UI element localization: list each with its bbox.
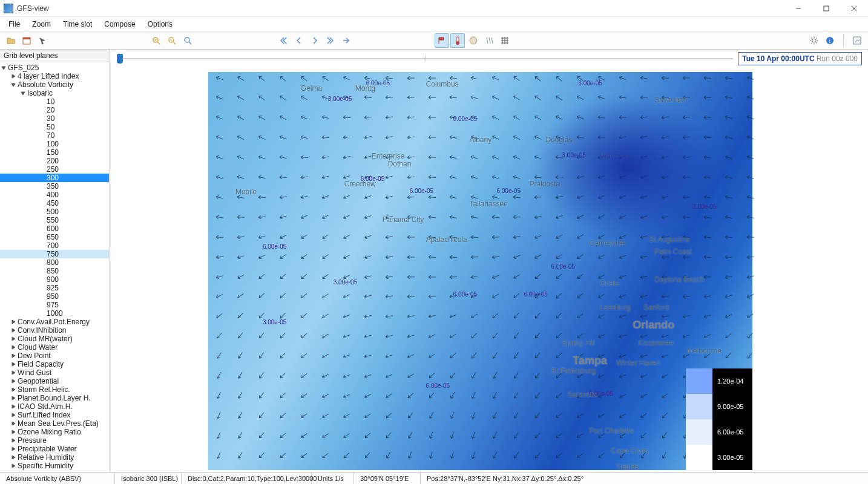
tree-item-label: 900	[47, 275, 59, 284]
tree-level-10[interactable]: 10	[0, 97, 109, 106]
step-first-icon[interactable]	[276, 33, 291, 48]
step-back-icon[interactable]	[292, 33, 306, 48]
zoom-fit-icon[interactable]	[180, 33, 195, 48]
tree-variable[interactable]: Geopotential	[0, 377, 109, 385]
select-tool-icon[interactable]	[35, 33, 50, 48]
tree-variable[interactable]: Cloud Water	[0, 343, 109, 352]
maximize-button[interactable]	[812, 0, 840, 17]
tree-variable[interactable]: Wind Gust	[0, 368, 109, 377]
step-forward-icon[interactable]	[307, 33, 322, 48]
tree-level-50[interactable]: 50	[0, 123, 109, 131]
tree-level-900[interactable]: 900	[0, 275, 109, 284]
wind-layer-icon[interactable]	[435, 33, 449, 48]
close-button[interactable]	[840, 0, 868, 17]
settings-icon[interactable]	[807, 33, 821, 48]
tree-item-label: 70	[47, 131, 54, 140]
wind-arrow	[680, 314, 691, 319]
tree-item-label: Specific Humidity	[18, 462, 73, 470]
open-file-icon[interactable]	[4, 33, 18, 48]
tree-variable[interactable]: Pressure	[0, 436, 109, 445]
wind-arrow	[214, 371, 222, 382]
menu-time-slot[interactable]: Time slot	[57, 18, 98, 31]
tree-level-800[interactable]: 800	[0, 258, 109, 267]
time-slider-handle[interactable]	[117, 54, 123, 64]
status-center: 30°09'N 05°19'E	[354, 473, 421, 484]
map-canvas[interactable]: ColumbusGelmaMontgSavannahDothanEnterpri…	[117, 71, 862, 471]
tree-level-300[interactable]: 300	[0, 174, 109, 182]
go-icon[interactable]	[339, 33, 353, 48]
tree-variable[interactable]: Specific Humidity	[0, 462, 109, 470]
wind-arrow	[256, 234, 266, 240]
pressure-layer-icon[interactable]	[466, 33, 481, 48]
tree-dataset[interactable]: GFS_025	[0, 64, 109, 72]
tree-level-400[interactable]: 400	[0, 191, 109, 199]
tree-level-600[interactable]: 600	[0, 224, 109, 233]
export-icon[interactable]	[850, 33, 864, 48]
tree-level-850[interactable]: 850	[0, 267, 109, 275]
tree-variable-active[interactable]: Absolute Vorticity	[0, 80, 109, 89]
menu-file[interactable]: File	[2, 18, 26, 31]
zoom-out-icon[interactable]	[165, 33, 179, 48]
tree-variable[interactable]: Field Capacity	[0, 360, 109, 368]
wind-arrow	[214, 255, 224, 260]
tree-level-925[interactable]: 925	[0, 284, 109, 292]
tree-isobaric[interactable]: Isobaric	[0, 89, 109, 97]
wind-arrow	[723, 255, 732, 259]
tree-level-950[interactable]: 950	[0, 292, 109, 301]
tree-variable[interactable]: Conv.Avail.Pot.Energy	[0, 318, 109, 326]
svg-point-17	[470, 37, 477, 44]
tree-level-250[interactable]: 250	[0, 165, 109, 174]
tree-variable[interactable]: Relative Humidity	[0, 453, 109, 462]
wind-arrow	[511, 431, 520, 441]
legend-value: 3.00e-05	[712, 445, 752, 470]
city-label: Waycross	[600, 152, 631, 160]
tree-variable[interactable]: 4 layer Lifted Index	[0, 72, 109, 80]
tree-variable[interactable]: Storm Rel.Helic.	[0, 385, 109, 394]
grid-layer-icon[interactable]	[498, 33, 512, 48]
tree-level-150[interactable]: 150	[0, 148, 109, 157]
tree-level-700[interactable]: 700	[0, 241, 109, 250]
tree-level-450[interactable]: 450	[0, 199, 109, 208]
tree-variable[interactable]: Ozone Mixing Ratio	[0, 428, 109, 436]
precip-layer-icon[interactable]	[482, 33, 496, 48]
tree-level-350[interactable]: 350	[0, 182, 109, 191]
wind-arrow	[638, 373, 648, 379]
menu-compose[interactable]: Compose	[98, 18, 141, 31]
tree-variable[interactable]: Cloud MR(water)	[0, 335, 109, 343]
status-bar: Absolute Vorticity (ABSV) Isobaric 300 (…	[0, 472, 868, 484]
wind-arrow	[320, 136, 329, 140]
wind-arrow	[448, 391, 456, 402]
tree-level-20[interactable]: 20	[0, 106, 109, 114]
info-icon[interactable]: i	[823, 33, 837, 48]
tree-level-550[interactable]: 550	[0, 216, 109, 224]
temperature-layer-icon[interactable]	[450, 33, 465, 48]
tree-variable[interactable]: Precipitable Water	[0, 445, 109, 453]
tree-view[interactable]: GFS_0254 layer Lifted IndexAbsolute Vort…	[0, 62, 110, 472]
zoom-in-icon[interactable]	[149, 33, 163, 48]
time-slider[interactable]	[117, 53, 733, 65]
tree-variable[interactable]: Conv.INhibition	[0, 326, 109, 335]
tree-variable[interactable]: Mean Sea Lev.Pres.(Eta)	[0, 419, 109, 428]
tree-variable[interactable]: Dew Point	[0, 352, 109, 360]
tree-level-70[interactable]: 70	[0, 131, 109, 140]
tree-variable[interactable]: Surf.Lifted Index	[0, 411, 109, 419]
tree-level-975[interactable]: 975	[0, 301, 109, 309]
tree-variable[interactable]: Planet.Bound.Layer H.	[0, 394, 109, 402]
tree-level-1000[interactable]: 1000	[0, 309, 109, 318]
tree-level-100[interactable]: 100	[0, 140, 109, 148]
wind-arrow	[341, 154, 351, 160]
tree-variable[interactable]: ICAO Std.Atm.H.	[0, 402, 109, 411]
tree-level-500[interactable]: 500	[0, 208, 109, 216]
tree-item-label: 50	[47, 123, 54, 131]
minimize-button[interactable]	[784, 0, 812, 17]
tree-level-30[interactable]: 30	[0, 114, 109, 123]
menu-options[interactable]: Options	[142, 18, 179, 31]
tree-level-650[interactable]: 650	[0, 233, 109, 241]
tree-level-200[interactable]: 200	[0, 157, 109, 165]
calendar-icon[interactable]	[19, 33, 34, 48]
wind-arrow	[744, 255, 754, 260]
menu-zoom[interactable]: Zoom	[26, 18, 57, 31]
step-last-icon[interactable]	[323, 33, 338, 48]
wind-arrow	[468, 235, 478, 239]
tree-level-750[interactable]: 750	[0, 250, 109, 258]
